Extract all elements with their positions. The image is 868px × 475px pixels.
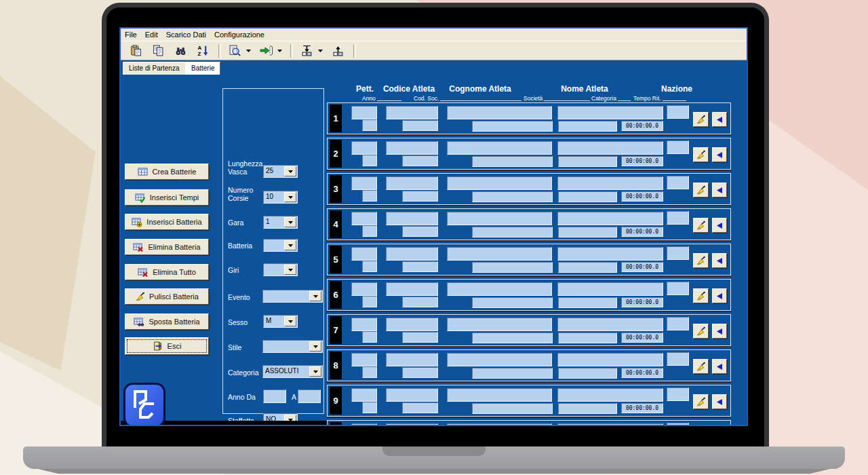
sidebar-button-elimina-batteria[interactable]: Elimina Batteria [125,239,209,255]
categoria-field[interactable] [558,191,617,202]
tempo-rif-field[interactable]: 00:00:00.0 [621,191,663,202]
anno-field[interactable] [362,119,377,131]
anno-field[interactable] [362,261,377,272]
dropdown-button[interactable] [309,291,321,301]
sesso-combobox[interactable]: M [263,315,298,328]
dropdown-button[interactable] [284,316,296,326]
cognome-atleta-field[interactable] [447,388,552,402]
societa-field[interactable] [472,156,553,167]
nome-atleta-field[interactable] [557,423,663,426]
menu-file[interactable]: File [121,30,141,39]
codice-atleta-field[interactable] [386,318,438,331]
clear-row-button[interactable] [693,324,709,339]
nome-atleta-field[interactable] [557,247,663,261]
clear-row-button[interactable] [693,183,709,197]
anno-field[interactable] [362,190,377,202]
menu-configurazione[interactable]: Configurazione [210,30,269,39]
codice-atleta-field[interactable] [386,106,438,119]
cod-soc-field[interactable] [402,297,438,307]
cognome-atleta-field[interactable] [447,423,552,426]
giri-combobox[interactable] [263,263,298,276]
cod-soc-field[interactable] [402,261,438,272]
nome-atleta-field[interactable] [557,318,663,331]
gara-combobox[interactable]: 1 [263,216,298,229]
cognome-atleta-field[interactable] [447,282,552,296]
categoria-field[interactable] [558,297,617,308]
codice-atleta-field[interactable] [386,141,438,155]
paste-button[interactable] [127,43,144,58]
cod-soc-field[interactable] [402,120,438,131]
nazione-field[interactable] [667,282,689,295]
dropdown-button[interactable] [284,217,296,227]
pett-field[interactable] [351,282,377,296]
clear-row-button[interactable] [693,253,709,268]
tab-batterie[interactable]: Batterie [185,62,220,75]
categoria-combobox[interactable]: ASSOLUTI [262,365,323,378]
lunghezza_vasca-combobox[interactable]: 25 [263,165,298,178]
clear-row-button[interactable] [693,218,709,233]
tempo-rif-field[interactable]: 00:00:00.0 [621,332,663,343]
categoria-field[interactable] [558,227,617,238]
tempo-rif-field[interactable]: 00:00:00.0 [621,156,663,166]
cod-soc-field[interactable] [402,155,438,166]
cognome-atleta-field[interactable] [447,247,552,261]
cod-soc-field[interactable] [402,191,438,202]
codice-atleta-field[interactable] [386,247,438,261]
nazione-field[interactable] [667,352,689,366]
batteria-combobox[interactable] [263,239,298,252]
pett-field[interactable] [351,423,377,426]
pett-field[interactable] [351,353,377,366]
pett-field[interactable] [351,106,377,119]
cod-soc-field[interactable] [402,402,438,413]
anno-field[interactable] [362,296,377,307]
categoria-field[interactable] [558,262,617,273]
pett-field[interactable] [351,212,377,225]
cognome-atleta-field[interactable] [447,318,552,331]
anno-field[interactable] [362,402,377,413]
print-preview-dropdown[interactable] [245,43,252,58]
evento-combobox[interactable] [262,290,323,303]
categoria-field[interactable] [558,332,617,343]
print-preview-button[interactable] [226,43,243,58]
clear-row-button[interactable] [693,288,709,303]
menu-scarico-dati[interactable]: Scarico Dati [162,30,210,39]
categoria-field[interactable] [558,121,617,132]
cod-soc-field[interactable] [402,226,438,237]
previous-row-button[interactable] [712,253,727,268]
sidebar-button-inserisci-batteria[interactable]: Inserisci Batteria [125,214,209,230]
stile-combobox[interactable] [262,340,323,353]
sidebar-button-sposta-batteria[interactable]: Sposta Batteria [125,314,209,330]
tab-liste-di-partenza[interactable]: Liste di Partenza [123,62,186,75]
pett-field[interactable] [351,247,377,261]
clear-row-button[interactable] [693,394,709,409]
nome-atleta-field[interactable] [557,106,663,119]
anno-field[interactable] [362,225,377,237]
previous-row-button[interactable] [712,324,727,339]
sidebar-button-esci[interactable]: Esci [125,337,209,355]
tempo-rif-field[interactable]: 00:00:00.0 [621,121,663,131]
societa-field[interactable] [472,121,553,132]
previous-row-button[interactable] [712,359,727,374]
dropdown-button[interactable] [309,366,321,377]
codice-atleta-field[interactable] [386,388,438,402]
export-dropdown[interactable] [276,43,283,58]
cognome-atleta-field[interactable] [447,106,552,119]
sidebar-button-pulisci-batteria[interactable]: Pulisci Batteria [125,288,209,305]
nazione-field[interactable] [667,140,689,154]
cognome-atleta-field[interactable] [447,176,552,190]
nazione-field[interactable] [667,211,689,225]
nome-atleta-field[interactable] [557,212,663,225]
previous-row-button[interactable] [712,112,727,127]
dropdown-button[interactable] [309,341,321,352]
send-down-button[interactable] [298,43,315,58]
tempo-rif-field[interactable]: 00:00:00.0 [621,403,663,413]
societa-field[interactable] [472,368,553,379]
nome-atleta-field[interactable] [557,388,663,402]
nazione-field[interactable] [667,387,689,401]
find-button[interactable] [172,43,189,58]
send-down-dropdown[interactable] [317,43,323,58]
sidebar-button-elimina-tutto[interactable]: Elimina Tutto [125,264,209,280]
categoria-field[interactable] [558,368,617,379]
cognome-atleta-field[interactable] [447,212,552,225]
sidebar-button-inserisci-tempi[interactable]: Inserisci Tempi [125,189,209,206]
